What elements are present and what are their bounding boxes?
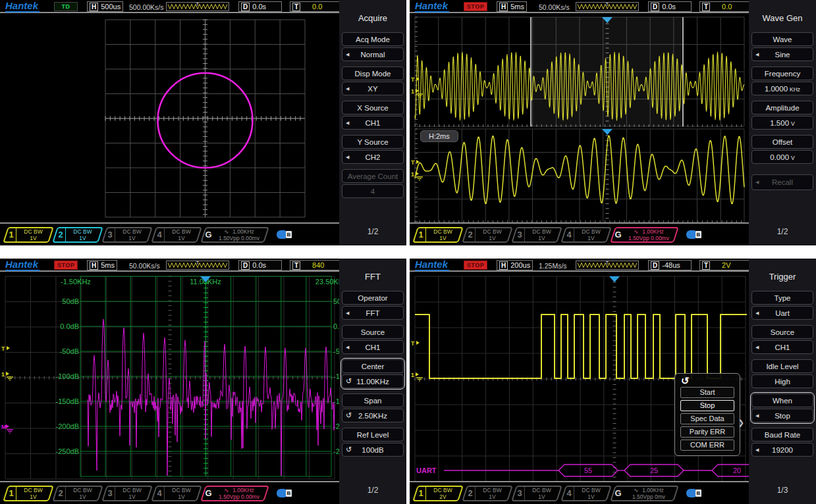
popup-option[interactable]: Parity ERR <box>680 426 734 438</box>
channel-scale: 1V <box>426 235 460 241</box>
channel-badge-2[interactable]: 2DC BW1V <box>462 486 513 501</box>
channel-number: 3 <box>105 228 115 241</box>
usb-chip: B <box>695 231 701 238</box>
channel-badge-2[interactable]: 2DC BW1V <box>52 486 103 501</box>
channel-coupling: DC BW <box>525 487 558 493</box>
menu-item-value-button[interactable]: ↺11.00KHz <box>342 374 404 388</box>
menu-item-value-button[interactable]: ◀Normal <box>342 47 404 61</box>
channel-badge-1[interactable]: 1DC BW1V <box>3 227 54 243</box>
fft-db-label: -50dB <box>333 347 339 355</box>
channel-badge-4[interactable]: 4DC BW1V <box>560 227 612 243</box>
channel-badge-3[interactable]: 3DC BW1V <box>101 486 153 501</box>
menu-item-label: Amplitude <box>751 101 813 114</box>
channel-badge-1[interactable]: 1DC BW2V <box>412 486 464 501</box>
uart-decode-bubble <box>712 465 749 476</box>
value-unit: V <box>791 120 795 127</box>
menu-item-value-button[interactable]: ◀CH2 <box>342 150 404 164</box>
trigger-letter: T <box>292 3 300 11</box>
menu-title: FFT <box>339 272 406 282</box>
menu-page-indicator: 1/2 <box>339 486 406 495</box>
display-svg: -1.50KHz11.00KHz23.50KHz50dB50dB0.0dB0.0… <box>0 273 339 481</box>
menu-item-value-button[interactable]: ↺2.50KHz <box>342 409 404 422</box>
menu-title: Acquire <box>339 13 406 23</box>
fft-db-label: -100dB <box>333 372 339 380</box>
left-arrow-icon: ◀ <box>755 345 759 350</box>
popup-option[interactable]: COM ERR <box>680 440 734 451</box>
channel-badge-3[interactable]: 3DC BW1V <box>101 227 153 243</box>
oscilloscope-screen-fft: HantekSTOPH5ms50.00Ks/sTD0.0sT840-1.50KH… <box>0 259 406 504</box>
channel-badge-4[interactable]: 4DC BW1V <box>151 486 202 501</box>
menu-item-value-button[interactable]: ◀19200 <box>751 443 813 457</box>
hantek-logo: Hantek <box>5 1 40 13</box>
fft-db-label: -150dB <box>56 397 79 405</box>
channel-coupling: DC BW <box>115 487 149 493</box>
left-arrow-icon: ◀ <box>346 86 349 91</box>
menu-item-value-button[interactable]: ◀CH1 <box>751 340 813 354</box>
rotary-knob-icon: ↺ <box>681 376 740 386</box>
menu-item-value-button[interactable]: ◀CH1 <box>342 116 404 130</box>
menu-item-value-button[interactable]: 0.000V <box>751 150 813 164</box>
channel-scale: 1V <box>525 235 558 241</box>
menu-item-value-button[interactable]: ◀CH1 <box>342 340 404 354</box>
waveform-generator-badge[interactable]: G∿1.00KHz1.50Vpp 0.00mv <box>200 486 269 501</box>
soft-menu: Wave GenWave◀SineFrequency1.0000KHzAmpli… <box>749 0 816 245</box>
delay-value: 0.0s <box>662 3 676 11</box>
uart-decode-value: 55 <box>584 466 592 474</box>
usb-icon: B <box>277 230 292 239</box>
waveform-generator-badge[interactable]: G∿1.00KHz1.50Vpp 0.00mv <box>200 227 269 243</box>
trigger-arrow-icon <box>416 77 420 81</box>
channel-badge-2[interactable]: 2DC BW1V <box>52 227 103 243</box>
channel-coupling: DC BW <box>426 487 460 493</box>
waveform-generator-badge[interactable]: G∿1.00KHz1.50Vpp 0mv <box>610 486 679 501</box>
popup-option[interactable]: Start <box>680 387 734 398</box>
waveform-generator-badge[interactable]: G∿1.00KHz1.50Vpp 0.00mv <box>610 227 679 243</box>
fft-db-label: -50dB <box>60 347 79 355</box>
menu-title: Trigger <box>749 272 816 282</box>
channel-coupling: DC BW <box>16 487 50 493</box>
channel-scale: 1V <box>574 493 608 500</box>
delay-box: D-48us <box>648 260 692 270</box>
fft-db-label: -100dB <box>56 372 79 380</box>
menu-item-value-button[interactable]: ◀XY <box>342 82 404 95</box>
trigger-level-marker: T <box>411 159 415 166</box>
menu-item-value-button[interactable]: ◀FFT <box>342 306 404 320</box>
hantek-logo: Hantek <box>5 259 40 271</box>
menu-item-value-button[interactable]: 1.500V <box>751 116 813 130</box>
channel-badge-1[interactable]: 1DC BW1V <box>412 227 464 243</box>
rotary-knob-icon: ↺ <box>346 445 352 454</box>
channel-badge-3[interactable]: 3DC BW1V <box>511 486 562 501</box>
channel-coupling: DC BW <box>16 228 50 235</box>
channel-scale: 1V <box>574 235 608 241</box>
run-state-badge: STOP <box>464 261 487 270</box>
marker-arrow-icon <box>416 372 419 376</box>
menu-item-value-button[interactable]: ◀Recall <box>751 174 813 190</box>
trigger-position-bar: T <box>576 260 639 270</box>
menu-item-value-button[interactable]: ◀Sine <box>751 47 813 61</box>
menu-item-value-button[interactable]: ↺100dB <box>342 443 404 457</box>
channel-badge-2[interactable]: 2DC BW1V <box>462 227 513 243</box>
channel-coupling: DC BW <box>525 228 558 235</box>
gen-letter: G <box>614 487 622 500</box>
popup-option[interactable]: Stop <box>680 400 734 411</box>
timebase-letter: H <box>90 261 98 270</box>
channel-badge-1[interactable]: 1DC BW1V <box>3 486 54 501</box>
menu-item-label: Y Source <box>342 135 404 149</box>
channel-badge-4[interactable]: 4DC BW1V <box>151 227 202 243</box>
channel-number: 1 <box>416 228 426 241</box>
bar-trig-marker: T <box>606 2 609 7</box>
channel-scale: 1V <box>115 235 149 241</box>
channel-scale: 1V <box>16 235 50 241</box>
menu-item-value-button[interactable]: 1.0000KHz <box>751 82 813 95</box>
status-bar: 1DC BW1V2DC BW1V3DC BW1V4DC BW1VG∿1.00KH… <box>410 224 749 245</box>
timebase-letter: H <box>90 3 98 11</box>
sine-icon: ∿ <box>224 487 229 493</box>
channel-number: 4 <box>564 487 574 500</box>
channel-badge-4[interactable]: 4DC BW1V <box>560 486 612 501</box>
menu-item: Amplitude1.500V <box>751 101 813 130</box>
menu-item-value-button[interactable]: ◀Stop <box>751 409 813 422</box>
menu-item-value-button[interactable]: 4 <box>342 184 404 198</box>
channel-badge-3[interactable]: 3DC BW1V <box>511 227 562 243</box>
popup-option[interactable]: Spec Data <box>680 413 734 424</box>
menu-item-value-button[interactable]: ◀Uart <box>751 306 813 320</box>
menu-item-value-button[interactable]: High <box>751 374 813 388</box>
